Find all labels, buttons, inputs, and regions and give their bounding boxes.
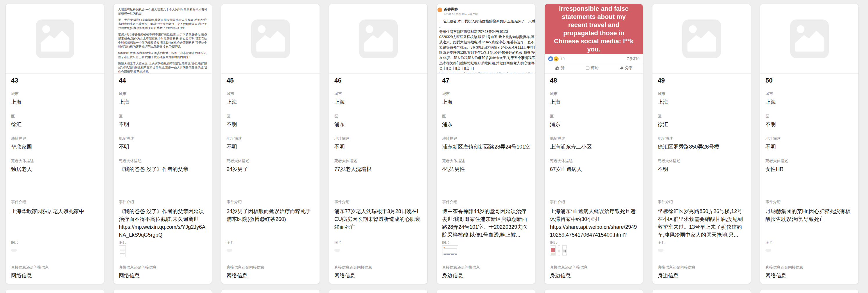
case-card-48[interactable]: irresponsible and false statements about… <box>545 4 643 284</box>
weibo-text-line: 复是等待领导批示。3月30日因为病情引起心衰,4月1日上午呼吸不畅, <box>439 45 535 50</box>
article-paragraph: 人都没有这样的机会,一个病人需要几十个人的同时帮助和关怀才有可能获得一丝的机会! <box>118 7 207 16</box>
next-row-card-stub[interactable] <box>760 289 859 293</box>
field-label-city: 城市 <box>226 91 314 96</box>
field-label-district: 区 <box>658 114 745 119</box>
next-row-card-stub[interactable] <box>545 289 643 293</box>
field-label-address: 地址描述 <box>766 136 853 141</box>
reaction-count: 19 <box>561 57 564 61</box>
field-value-city: 上海 <box>334 98 422 106</box>
next-row-card-stub[interactable] <box>652 289 751 293</box>
field-label-district: 区 <box>442 114 530 119</box>
field-value-city: 上海 <box>442 98 530 106</box>
field-label-address: 地址描述 <box>11 136 99 141</box>
weibo-text-line: 从这天开始我大伯停地电话12345,疾控中心,居委转运车一直不来。永 <box>439 39 535 45</box>
thumbnail-weibo-screenshot <box>442 245 458 256</box>
field-label-deceased: 死者大体描述 <box>766 158 853 164</box>
image-placeholder-icon <box>682 20 721 58</box>
thumbnail-pill <box>766 249 771 252</box>
field-label-direct: 直接信息还是间接信息 <box>550 265 638 270</box>
field-value-district: 浦东 <box>334 121 422 128</box>
field-value-address: 不明 <box>226 143 314 151</box>
case-card-47[interactable]: 茶香禅静 4-2 02:31 来自 iPhone客户端 一名志愿者,昨日我投入路… <box>437 4 535 284</box>
field-label-image: 图片 <box>119 240 207 245</box>
field-label-address: 地址描述 <box>550 136 638 141</box>
card-number: 48 <box>550 77 557 84</box>
share-label: 分享 <box>625 65 633 70</box>
case-card-50[interactable]: 50 城市 上海 区 不明 地址描述 不明 死者大体描述 女性HR 事件介绍 丹… <box>760 4 859 284</box>
image-placeholder-icon <box>36 20 74 58</box>
field-label-event: 事件介绍 <box>442 199 530 205</box>
next-row-card-stub[interactable] <box>437 289 535 293</box>
field-label-address: 地址描述 <box>226 136 314 141</box>
article-paragraph: 医院方也出于人道主义,让妈妈下楼来,但不能穿过隔离线,我们只能"隔线"相望,我们… <box>118 62 207 74</box>
field-label-deceased: 死者大体描述 <box>226 158 314 164</box>
like-button[interactable]: 赞 <box>555 65 565 70</box>
thumbnail-red-post-screenshot <box>550 245 556 256</box>
next-row-card-stub[interactable] <box>329 289 428 293</box>
field-value-city: 上海 <box>11 98 99 106</box>
card-media <box>6 4 104 74</box>
field-label-deceased: 死者大体描述 <box>334 158 422 164</box>
share-button[interactable]: 分享 <box>619 65 633 70</box>
card-number: 50 <box>766 77 772 84</box>
case-card-43[interactable]: 43 城市 上海 区 徐汇 地址描述 华欣家园 死者大体描述 独居老人 事件介绍… <box>5 4 104 284</box>
field-label-event: 事件介绍 <box>11 199 99 205</box>
field-label-district: 区 <box>11 114 99 119</box>
next-row-partial <box>5 289 859 293</box>
field-value-address: 浦东新区唐镇创新西路28弄24号101室 <box>442 143 530 151</box>
reactions-bar: 19 7条评论 <box>545 54 643 63</box>
case-card-44[interactable]: 人都没有这样的机会,一个病人需要几十个人的同时帮助和关怀才有可能获得一丝的机会!… <box>113 4 212 284</box>
field-value-district: 不明 <box>119 121 207 128</box>
field-value-deceased: 女性HR <box>766 166 853 173</box>
field-label-city: 城市 <box>334 91 422 96</box>
wow-reaction-icon <box>554 56 559 61</box>
comment-button[interactable]: 评论 <box>585 65 599 70</box>
field-label-image: 图片 <box>550 240 638 245</box>
image-thumbnails <box>442 245 530 260</box>
field-label-image: 图片 <box>658 240 745 245</box>
field-label-direct: 直接信息还是间接信息 <box>658 265 745 270</box>
gallery-page: { "page": { "background": "#efefef", "ac… <box>0 0 868 293</box>
card-media <box>329 4 427 74</box>
thumbnail-link-lines <box>443 254 457 255</box>
thumbnail-red-list-screenshot <box>562 245 567 256</box>
field-label-address: 地址描述 <box>119 136 207 141</box>
field-label-district: 区 <box>334 114 422 119</box>
comments-count[interactable]: 7条评论 <box>627 56 640 61</box>
field-value-direct: 网络信息 <box>11 272 99 280</box>
article-paragraph: 妈妈四处求助,在我的物业及居委的帮助下得到一张非常紧张的通行证,整个小区就只有三… <box>118 51 207 59</box>
weibo-text-line: 合十][合十][合十][合十] <box>439 66 535 71</box>
field-label-address: 地址描述 <box>442 136 530 141</box>
field-label-district: 区 <box>766 114 853 119</box>
field-label-city: 城市 <box>119 91 207 96</box>
field-label-address: 地址描述 <box>334 136 422 141</box>
next-row-card-stub[interactable] <box>5 289 104 293</box>
field-value-event: 上海浦东*血透病人延误治疗致死且遗体滞留家中约30小时! https://sha… <box>550 208 638 239</box>
case-card-49[interactable]: 49 城市 上海 区 徐汇 地址描述 徐汇区罗秀路850弄26号楼 死者大体描述… <box>652 4 751 284</box>
field-value-district: 徐汇 <box>658 121 745 128</box>
field-label-deceased: 死者大体描述 <box>11 158 99 164</box>
thumbnail-pill <box>334 249 340 252</box>
image-placeholder-icon <box>790 20 829 58</box>
next-row-card-stub[interactable] <box>113 289 212 293</box>
field-value-city: 上海 <box>226 98 314 106</box>
field-value-city: 上海 <box>658 98 745 106</box>
case-card-46[interactable]: 46 城市 上海 区 浦东 地址描述 不明 死者大体描述 77岁老人沈瑞根 事件… <box>329 4 428 284</box>
thumbnail-article-screenshot <box>119 245 126 257</box>
card-media <box>652 4 751 74</box>
weibo-post-meta: 4-2 02:31 来自 iPhone客户端 <box>444 12 535 16</box>
weibo-text-line: 联系居委呼叫120,直到下午1点才到,经过40分钟的抢救,我哥的生命 <box>439 50 535 55</box>
card-media-social-post: irresponsible and false statements about… <box>545 4 643 74</box>
case-card-45[interactable]: 45 城市 上海 区 不明 地址描述 不明 死者大体描述 24岁男子 事件介绍 … <box>221 4 320 284</box>
article-paragraph: 谁知,4月3日被告知爸爸不得不进行高位截肢,由于下肢动脉硬化,整条腿要截去,我作… <box>118 33 207 49</box>
image-thumbnails <box>11 245 99 260</box>
image-thumbnails <box>658 245 745 260</box>
image-placeholder-icon <box>359 20 398 58</box>
field-label-direct: 直接信息还是间接信息 <box>334 265 422 270</box>
weibo-text-line: 。 <box>439 24 535 29</box>
card-number: 44 <box>119 77 126 84</box>
weibo-username: 茶香禅静 <box>444 7 535 12</box>
next-row-card-stub[interactable] <box>221 289 320 293</box>
image-thumbnails <box>226 245 314 260</box>
field-label-direct: 直接信息还是间接信息 <box>226 265 314 270</box>
